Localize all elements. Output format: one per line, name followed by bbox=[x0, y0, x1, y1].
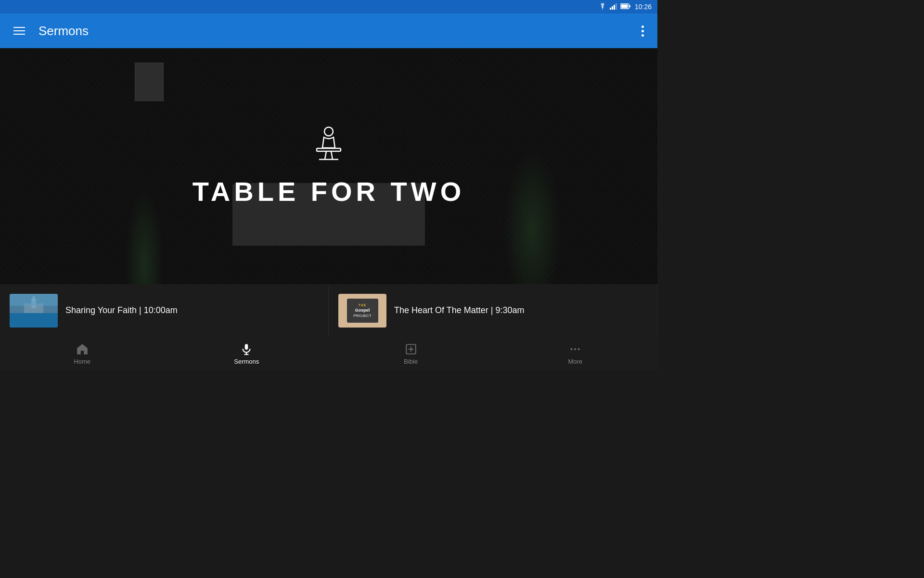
svg-rect-15 bbox=[10, 294, 58, 306]
app-bar: Sermons bbox=[0, 13, 657, 48]
svg-point-22 bbox=[571, 348, 573, 350]
nav-item-more[interactable]: More bbox=[493, 339, 658, 369]
bible-icon bbox=[404, 342, 418, 356]
svg-rect-5 bbox=[629, 5, 630, 7]
microphone-icon bbox=[240, 342, 253, 356]
wifi-icon bbox=[598, 3, 607, 11]
svg-rect-1 bbox=[612, 6, 613, 10]
sermon-item[interactable]: Sharing Your Faith | 10:00am bbox=[0, 284, 329, 337]
hamburger-menu-button[interactable] bbox=[10, 23, 29, 39]
status-bar: 10:26 bbox=[0, 0, 657, 13]
sermon-title-1: Sharing Your Faith | 10:00am bbox=[65, 305, 178, 316]
svg-point-7 bbox=[324, 127, 333, 136]
plant-left bbox=[125, 188, 164, 284]
nav-item-sermons[interactable]: Sermons bbox=[165, 339, 329, 369]
battery-icon bbox=[620, 3, 631, 11]
sermon-list: Sharing Your Faith | 10:00am THE Gospel … bbox=[0, 284, 657, 337]
wall-decoration bbox=[135, 63, 164, 101]
svg-rect-0 bbox=[610, 8, 611, 10]
svg-rect-16 bbox=[245, 344, 248, 350]
svg-point-24 bbox=[578, 348, 580, 350]
hero-section[interactable]: TABLE FOR TWO bbox=[0, 48, 657, 284]
more-dots-icon bbox=[568, 342, 582, 356]
svg-rect-6 bbox=[621, 4, 628, 8]
bottom-navigation: Home Sermons Bible bbox=[0, 337, 657, 370]
sermon-thumbnail-2: THE Gospel PROJECT bbox=[338, 294, 386, 328]
overflow-menu-button[interactable] bbox=[638, 22, 648, 40]
signal-icon bbox=[610, 3, 617, 11]
sermon-thumbnail-1 bbox=[10, 294, 58, 328]
nav-label-home: Home bbox=[74, 358, 90, 365]
svg-point-23 bbox=[574, 348, 576, 350]
nav-label-more: More bbox=[568, 358, 582, 365]
time-display: 10:26 bbox=[635, 3, 652, 11]
hero-title: TABLE FOR TWO bbox=[192, 176, 465, 207]
hero-content: TABLE FOR TWO bbox=[192, 126, 465, 207]
home-icon bbox=[76, 342, 89, 356]
nav-label-bible: Bible bbox=[404, 358, 418, 365]
thumb-text-1: THE bbox=[359, 303, 367, 307]
nav-item-bible[interactable]: Bible bbox=[329, 339, 493, 369]
sermon-title-2: The Heart Of The Matter | 9:30am bbox=[394, 305, 524, 316]
page-title: Sermons bbox=[38, 24, 638, 39]
sermon-item[interactable]: THE Gospel PROJECT The Heart Of The Matt… bbox=[329, 284, 657, 337]
svg-rect-11 bbox=[10, 313, 58, 328]
status-icons: 10:26 bbox=[598, 3, 652, 11]
plant-right bbox=[503, 149, 561, 284]
thumb-text-3: PROJECT bbox=[353, 314, 371, 318]
nav-label-sermons: Sermons bbox=[234, 358, 259, 365]
svg-rect-8 bbox=[317, 148, 341, 151]
svg-rect-2 bbox=[614, 5, 615, 10]
preacher-icon bbox=[305, 126, 353, 164]
nav-item-home[interactable]: Home bbox=[0, 339, 165, 369]
thumb-text-2: Gospel bbox=[355, 308, 370, 313]
svg-rect-3 bbox=[616, 3, 617, 10]
